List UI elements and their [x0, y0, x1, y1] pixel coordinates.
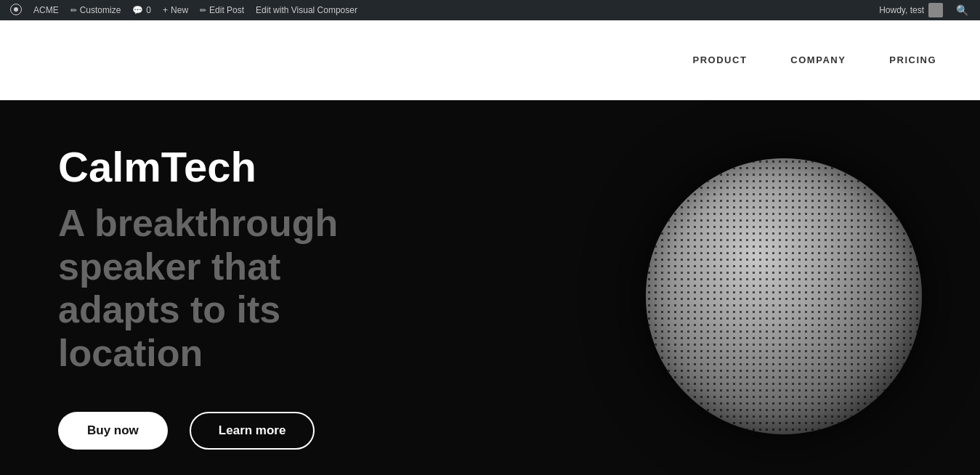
nav-product[interactable]: PRODUCT [693, 54, 748, 65]
comments-item[interactable]: 💬 0 [126, 0, 157, 20]
hero-content: CalmTech A breakthrough speaker that ada… [58, 144, 509, 450]
visual-composer-label: Edit with Visual Composer [256, 5, 357, 15]
new-item[interactable]: + New [157, 0, 194, 20]
site-name-label: ACME [33, 5, 59, 15]
edit-post-item[interactable]: ✏ Edit Post [194, 0, 250, 20]
speaker-image-area [631, 144, 936, 449]
howdy-item[interactable]: Howdy, test [873, 0, 949, 20]
customize-label: Customize [80, 5, 121, 15]
learn-more-button[interactable]: Learn more [190, 412, 315, 450]
pencil-icon: ✏ [70, 6, 77, 15]
nav-company[interactable]: COMPANY [790, 54, 846, 65]
user-avatar [928, 3, 943, 17]
site-header: PRODUCT COMPANY PRICING [0, 20, 980, 100]
edit-pencil-icon: ✏ [200, 6, 206, 15]
comments-count: 0 [146, 5, 151, 15]
speaker-dot-pattern [646, 158, 922, 434]
hero-subtitle: A breakthrough speaker that adapts to it… [58, 202, 509, 375]
visual-composer-item[interactable]: Edit with Visual Composer [250, 0, 363, 20]
hero-title: CalmTech [58, 144, 509, 190]
plus-icon: + [163, 5, 168, 15]
admin-bar-right: Howdy, test 🔍 [873, 0, 976, 20]
wordpress-icon [10, 4, 22, 17]
hero-buttons: Buy now Learn more [58, 412, 509, 450]
comment-icon: 💬 [132, 5, 143, 15]
search-icon: 🔍 [956, 4, 968, 16]
site-name-item[interactable]: ACME [28, 0, 65, 20]
svg-point-1 [14, 7, 18, 12]
main-nav: PRODUCT COMPANY PRICING [693, 54, 936, 65]
customize-item[interactable]: ✏ Customize [65, 0, 127, 20]
hero-section: CalmTech A breakthrough speaker that ada… [0, 100, 980, 475]
buy-now-button[interactable]: Buy now [58, 412, 168, 450]
howdy-text: Howdy, test [879, 5, 924, 15]
new-label: New [171, 5, 188, 15]
speaker-graphic [646, 158, 922, 434]
admin-bar: ACME ✏ Customize 💬 0 + New ✏ Edit Post E… [0, 0, 980, 20]
edit-post-label: Edit Post [209, 5, 244, 15]
nav-pricing[interactable]: PRICING [889, 54, 936, 65]
admin-search-button[interactable]: 🔍 [949, 0, 976, 20]
wp-logo-item[interactable] [4, 0, 28, 20]
